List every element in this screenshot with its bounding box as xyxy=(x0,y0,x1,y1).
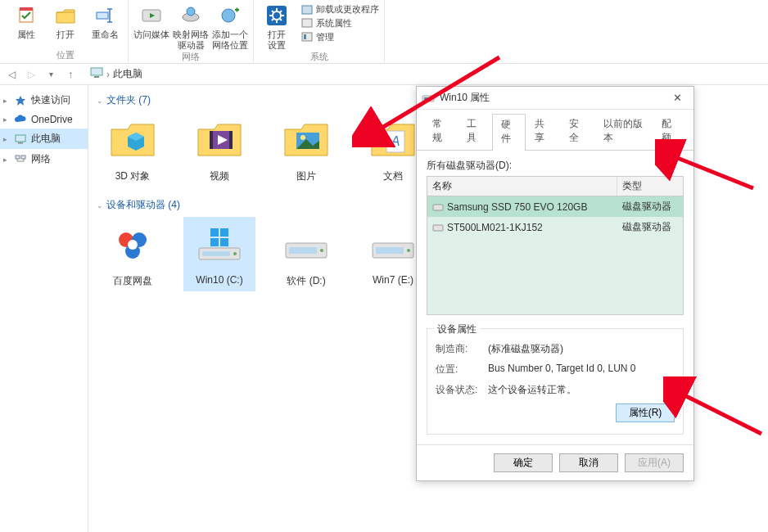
disk-small-icon xyxy=(432,202,444,212)
pc-icon xyxy=(15,133,26,145)
sidebar-label: 网络 xyxy=(31,152,51,166)
rename-icon xyxy=(93,3,117,28)
list-row[interactable]: ST500LM021-1KJ152 磁盘驱动器 xyxy=(427,217,683,237)
svg-rect-16 xyxy=(16,135,25,142)
drive-list[interactable]: 名称 类型 Samsung SSD 750 EVO 120GB 磁盘驱动器 ST… xyxy=(427,176,684,315)
tab-previous[interactable]: 以前的版本 xyxy=(594,113,653,150)
item-label: 百度网盘 xyxy=(113,274,152,288)
svg-rect-41 xyxy=(220,238,228,246)
tab-hardware[interactable]: 硬件 xyxy=(492,114,526,151)
ribbon-properties-button[interactable]: 属性 xyxy=(8,2,44,40)
item-label: 文档 xyxy=(383,169,403,183)
ribbon-group-label: 位置 xyxy=(56,49,75,61)
ribbon-label: 重命名 xyxy=(92,29,119,40)
chevron-right-icon: › xyxy=(106,69,110,80)
properties-dialog: Win10 属性 ✕ 常规 工具 硬件 共享 安全 以前的版本 配额 所有磁盘驱… xyxy=(416,86,694,481)
prop-val: Bus Number 0, Target Id 0, LUN 0 xyxy=(488,363,675,376)
mapdrive-icon xyxy=(178,3,203,28)
apply-button[interactable]: 应用(A) xyxy=(625,453,684,472)
ribbon-mapdrive-button[interactable]: 映射网络 驱动器 xyxy=(173,2,209,51)
folder-item-videos[interactable]: 视频 xyxy=(183,112,255,187)
prop-key: 位置: xyxy=(436,363,488,376)
sidebar-item-network[interactable]: ▸ 网络 xyxy=(0,149,88,169)
sidebar-item-quickaccess[interactable]: ▸ 快速访问 xyxy=(0,90,88,110)
ribbon-open-button[interactable]: 打开 xyxy=(47,2,84,40)
ribbon-group-system: 打开 设置 卸载或更改程序 系统属性 管理 系统 xyxy=(254,0,385,63)
svg-rect-12 xyxy=(304,34,306,39)
ribbon-addnet-button[interactable]: 添加一个 网络位置 xyxy=(212,2,248,51)
svg-rect-46 xyxy=(376,247,404,254)
item-label: 视频 xyxy=(210,169,229,183)
folder-3d-icon xyxy=(108,115,157,165)
folder-item-pictures[interactable]: 图片 xyxy=(270,112,342,187)
settings-gear-icon xyxy=(264,3,289,28)
tab-general[interactable]: 常规 xyxy=(423,113,458,150)
properties-icon xyxy=(14,3,38,28)
item-label: 3D 对象 xyxy=(115,169,151,183)
cancel-button[interactable]: 取消 xyxy=(559,453,618,472)
sysprops-icon xyxy=(301,18,313,29)
svg-point-47 xyxy=(407,249,410,252)
drive-icon xyxy=(368,220,418,269)
svg-point-34 xyxy=(128,240,138,250)
svg-rect-1 xyxy=(97,12,108,19)
sidebar-item-thispc[interactable]: ▸ 此电脑 xyxy=(0,128,88,149)
svg-rect-14 xyxy=(94,76,99,78)
tab-sharing[interactable]: 共享 xyxy=(526,113,560,150)
nav-back-icon[interactable]: ◁ xyxy=(5,68,18,81)
chevron-right-icon: ▸ xyxy=(3,156,7,164)
svg-point-37 xyxy=(233,252,237,255)
ribbon-toolbar: 属性 打开 重命名 位置 访问媒体 xyxy=(0,0,768,64)
col-type[interactable]: 类型 xyxy=(617,177,683,196)
baidu-cloud-icon xyxy=(108,220,157,269)
caret-down-icon: ⌄ xyxy=(97,97,103,105)
tab-security[interactable]: 安全 xyxy=(560,113,594,150)
sidebar-label: OneDrive xyxy=(31,114,73,125)
dialog-titlebar[interactable]: Win10 属性 ✕ xyxy=(417,87,693,110)
svg-rect-25 xyxy=(229,131,233,149)
svg-rect-13 xyxy=(91,68,102,75)
folder-item-3dobjects[interactable]: 3D 对象 xyxy=(97,112,169,187)
svg-rect-18 xyxy=(16,156,20,159)
breadcrumb[interactable]: › 此电脑 xyxy=(90,67,142,81)
svg-rect-19 xyxy=(21,156,25,159)
ribbon-uninstall-button[interactable]: 卸载或更改程序 xyxy=(301,3,379,16)
list-row[interactable]: Samsung SSD 750 EVO 120GB 磁盘驱动器 xyxy=(427,196,683,217)
sidebar-item-onedrive[interactable]: ▸ OneDrive xyxy=(0,110,88,128)
tab-quota[interactable]: 配额 xyxy=(653,113,687,150)
star-icon xyxy=(15,95,26,106)
drive-item-d[interactable]: 软件 (D:) xyxy=(270,217,342,291)
device-properties-button[interactable]: 属性(R) xyxy=(616,404,675,422)
nav-forward-icon[interactable]: ◁ xyxy=(25,68,38,81)
media-icon xyxy=(139,3,164,28)
drive-icon xyxy=(282,220,331,269)
ribbon-rename-button[interactable]: 重命名 xyxy=(87,2,123,40)
nav-up-icon[interactable]: ↑ xyxy=(64,68,77,81)
svg-point-27 xyxy=(300,135,305,140)
ribbon-manage-button[interactable]: 管理 xyxy=(301,31,379,43)
ribbon-settings-button[interactable]: 打开 设置 xyxy=(259,2,295,51)
chevron-right-icon: ▸ xyxy=(3,115,7,124)
col-name[interactable]: 名称 xyxy=(427,177,617,196)
drive-item-baidu[interactable]: 百度网盘 xyxy=(97,217,169,291)
ribbon-label: 打开 设置 xyxy=(268,29,286,51)
prop-val: 这个设备运转正常。 xyxy=(488,383,675,397)
addnetwork-icon xyxy=(218,3,242,28)
svg-rect-9 xyxy=(302,6,312,14)
drive-windows-icon xyxy=(195,220,244,269)
svg-rect-43 xyxy=(289,247,317,254)
close-button[interactable]: ✕ xyxy=(666,90,689,106)
ribbon-sysprops-button[interactable]: 系统属性 xyxy=(301,17,379,29)
ok-button[interactable]: 确定 xyxy=(494,453,553,472)
row-type: 磁盘驱动器 xyxy=(617,219,683,236)
folder-pictures-icon xyxy=(282,115,331,165)
nav-dropdown-icon[interactable]: ▾ xyxy=(44,68,57,81)
ribbon-media-button[interactable]: 访问媒体 xyxy=(133,2,169,40)
device-props-box: 设备属性 制造商: (标准磁盘驱动器) 位置: Bus Number 0, Ta… xyxy=(427,328,684,435)
item-label: Win10 (C:) xyxy=(196,274,242,286)
svg-point-44 xyxy=(320,249,323,252)
section-title: 设备和驱动器 (4) xyxy=(106,198,180,212)
svg-rect-51 xyxy=(433,225,443,231)
tab-tools[interactable]: 工具 xyxy=(458,113,492,150)
drive-item-c[interactable]: Win10 (C:) xyxy=(183,217,255,291)
